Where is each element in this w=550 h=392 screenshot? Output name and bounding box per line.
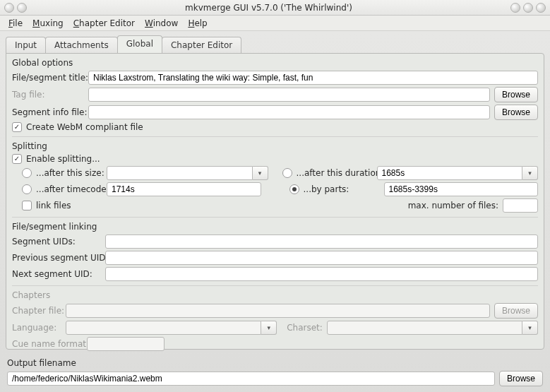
input-previous-segment-uid[interactable] [105, 251, 538, 265]
input-cue-name-format [87, 337, 165, 351]
input-after-duration[interactable] [377, 166, 523, 180]
tabstrip: Input Attachments Global Chapter Editor [0, 31, 550, 53]
label-charset: Charset: [287, 323, 323, 333]
minimize-icon[interactable] [510, 3, 520, 13]
label-next-segment-uid: Next segment UID: [12, 269, 101, 279]
bottom-area: Output filename Browse Start muxing Copy… [0, 355, 550, 392]
close-icon[interactable] [536, 3, 546, 13]
maximize-icon[interactable] [523, 3, 533, 13]
dropdown-language-icon: ▾ [261, 321, 277, 335]
input-segment-info-file[interactable] [88, 105, 490, 119]
radio-after-duration[interactable] [282, 168, 292, 178]
menu-muxing[interactable]: Muxing [28, 17, 68, 30]
group-chapters: Chapters Chapter file: Browse Language: … [12, 290, 538, 351]
label-cue-name-format: Cue name format: [12, 339, 83, 349]
input-charset [327, 321, 522, 335]
input-by-parts[interactable] [384, 182, 539, 196]
input-tag-file[interactable] [88, 88, 490, 102]
heading-global-options: Global options [12, 58, 538, 68]
heading-linking: File/segment linking [12, 222, 538, 232]
titlebar: mkvmerge GUI v5.7.0 ('The Whirlwind') [0, 0, 550, 16]
input-after-size[interactable] [107, 166, 253, 180]
browse-output-button[interactable]: Browse [499, 371, 543, 386]
input-output-filename[interactable] [7, 372, 495, 386]
label-after-duration: ...after this duration: [297, 168, 373, 178]
tab-page-global: Global options File/segment title: Tag f… [6, 53, 544, 350]
heading-chapters: Chapters [12, 290, 538, 300]
label-file-segment-title: File/segment title: [12, 73, 84, 83]
label-after-size: ...after this size: [36, 168, 102, 178]
browse-segment-info-button[interactable]: Browse [494, 105, 538, 120]
label-by-parts: ...by parts: [304, 184, 380, 194]
window-shade-icon[interactable] [17, 3, 27, 13]
label-enable-splitting: Enable splitting... [26, 154, 100, 164]
tab-global[interactable]: Global [117, 35, 162, 53]
label-create-webm: Create WebM compliant file [26, 122, 143, 132]
label-segment-uids: Segment UIDs: [12, 237, 101, 247]
label-link-files: link files [36, 201, 71, 210]
tab-attachments[interactable]: Attachments [45, 37, 118, 54]
menu-window[interactable]: Window [141, 17, 182, 30]
radio-after-timecodes[interactable] [22, 184, 32, 194]
group-splitting: Splitting Enable splitting... ...after t… [12, 141, 538, 213]
dropdown-after-duration-icon[interactable]: ▾ [522, 166, 538, 180]
group-global-options: Global options File/segment title: Tag f… [12, 58, 538, 132]
menu-chapter-editor[interactable]: Chapter Editor [69, 17, 139, 30]
radio-by-parts[interactable] [289, 184, 299, 194]
input-max-number-files[interactable] [503, 198, 538, 213]
label-language: Language: [12, 323, 61, 333]
menubar: File Muxing Chapter Editor Window Help [0, 16, 550, 31]
browse-tag-file-button[interactable]: Browse [494, 87, 538, 102]
input-segment-uids[interactable] [105, 234, 538, 249]
group-linking: File/segment linking Segment UIDs: Previ… [12, 222, 538, 281]
label-segment-info-file: Segment info file: [12, 107, 84, 117]
checkbox-enable-splitting[interactable] [12, 154, 22, 164]
dropdown-charset-icon: ▾ [522, 321, 538, 335]
label-previous-segment-uid: Previous segment UID: [12, 253, 101, 263]
window-menu-icon[interactable] [4, 3, 14, 13]
input-chapter-file [66, 304, 490, 318]
browse-chapter-file-button: Browse [494, 303, 538, 319]
heading-splitting: Splitting [12, 141, 538, 151]
menu-help[interactable]: Help [184, 17, 211, 30]
checkbox-link-files[interactable] [22, 201, 32, 210]
heading-output-filename: Output filename [7, 358, 543, 368]
radio-after-size[interactable] [22, 168, 32, 178]
label-after-timecodes: ...after timecodes: [36, 184, 102, 194]
tab-input[interactable]: Input [6, 37, 46, 54]
menu-file[interactable]: File [4, 17, 27, 30]
input-language [66, 321, 261, 335]
input-file-segment-title[interactable] [88, 71, 538, 85]
input-after-timecodes[interactable] [107, 182, 261, 196]
input-next-segment-uid[interactable] [105, 267, 538, 281]
window-title: mkvmerge GUI v5.7.0 ('The Whirlwind') [27, 3, 510, 13]
tab-chapter-editor[interactable]: Chapter Editor [162, 37, 241, 54]
label-max-number-files: max. number of files: [408, 201, 498, 210]
label-chapter-file: Chapter file: [12, 306, 61, 316]
dropdown-after-size-icon[interactable]: ▾ [253, 166, 268, 180]
checkbox-create-webm[interactable] [12, 122, 22, 132]
label-tag-file: Tag file: [12, 90, 84, 100]
